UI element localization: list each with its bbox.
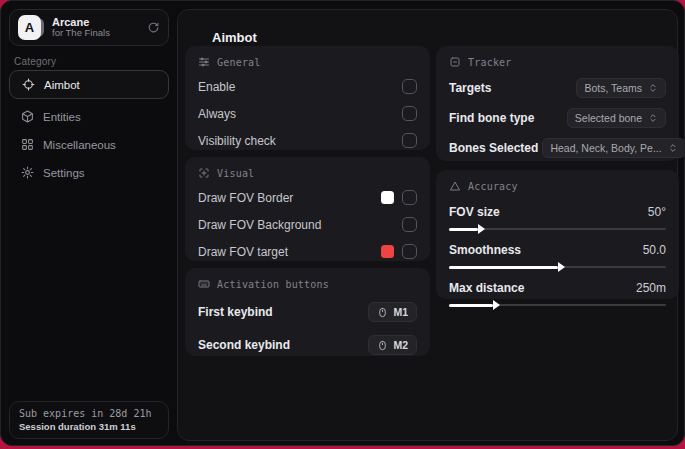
- setting-row-bones-selected: Bones Selected Head, Neck, Body, Pe...: [449, 138, 666, 158]
- sidebar-item-miscellaneous[interactable]: Miscellaneous: [9, 130, 169, 159]
- section-activation-header: Activation buttons: [198, 278, 417, 290]
- setting-label: Smoothness: [449, 243, 521, 257]
- second-keybind-button[interactable]: M2: [368, 335, 417, 355]
- keyboard-icon: [198, 278, 210, 290]
- slider-thumb[interactable]: [478, 224, 485, 234]
- slider-header: FOV size 50°: [449, 203, 666, 220]
- draw-fov-target-checkbox[interactable]: [402, 244, 417, 259]
- smoothness-value: 50.0: [643, 243, 666, 257]
- setting-row-draw-fov-border: Draw FOV Border: [198, 189, 417, 206]
- select-value: Bots, Teams: [584, 82, 642, 94]
- section-title: Activation buttons: [217, 279, 329, 290]
- main-panel: Aimbot General Enable Always Visibili: [177, 9, 678, 441]
- chevrons-up-down-icon: [648, 113, 658, 123]
- max-distance-group: Max distance 250m: [449, 279, 666, 306]
- setting-row-visibility-check: Visibility check: [198, 132, 417, 149]
- find-bone-type-select[interactable]: Selected bone: [567, 108, 666, 128]
- draw-fov-border-checkbox[interactable]: [402, 190, 417, 205]
- setting-label: Enable: [198, 80, 235, 94]
- sidebar-item-settings[interactable]: Settings: [9, 158, 169, 187]
- select-value: Head, Neck, Body, Pe...: [550, 142, 661, 154]
- slider-fill: [449, 228, 478, 231]
- setting-label: Second keybind: [198, 338, 290, 352]
- logo-letter: A: [18, 15, 41, 40]
- refresh-icon[interactable]: [147, 21, 160, 34]
- grid-icon: [21, 138, 34, 151]
- section-title: Visual: [217, 168, 254, 179]
- slider-header: Max distance 250m: [449, 279, 666, 296]
- fov-border-color-swatch[interactable]: [381, 191, 394, 204]
- setting-label: First keybind: [198, 305, 273, 319]
- sliders-icon: [198, 56, 210, 68]
- enable-checkbox[interactable]: [402, 79, 417, 94]
- setting-label: Draw FOV Border: [198, 191, 293, 205]
- slider-fill: [449, 266, 558, 269]
- sidebar-item-label: Aimbot: [44, 79, 80, 91]
- fov-target-color-swatch[interactable]: [381, 245, 394, 258]
- section-general-header: General: [198, 56, 417, 68]
- sidebar-item-label: Entities: [43, 111, 81, 123]
- smoothness-slider[interactable]: [449, 266, 666, 268]
- bones-selected-select[interactable]: Head, Neck, Body, Pe...: [542, 138, 685, 158]
- always-checkbox[interactable]: [402, 106, 417, 121]
- first-keybind-button[interactable]: M1: [368, 302, 417, 322]
- app-logo: A: [18, 15, 44, 40]
- draw-fov-background-checkbox[interactable]: [402, 217, 417, 232]
- setting-label: Always: [198, 107, 236, 121]
- slider-fill: [449, 304, 493, 307]
- fov-size-value: 50°: [648, 205, 666, 219]
- setting-row-enable: Enable: [198, 78, 417, 95]
- box-icon: [21, 110, 34, 123]
- chevrons-up-down-icon: [668, 143, 678, 153]
- section-title: General: [217, 57, 261, 68]
- chevrons-up-down-icon: [648, 83, 658, 93]
- max-distance-value: 250m: [636, 281, 666, 295]
- gear-icon: [21, 166, 34, 179]
- smoothness-group: Smoothness 50.0: [449, 241, 666, 268]
- section-activation-buttons: Activation buttons First keybind M1 Seco…: [185, 268, 430, 356]
- scan-plus-icon: [198, 167, 210, 179]
- section-title: Accuracy: [468, 181, 518, 192]
- slider-thumb[interactable]: [493, 300, 500, 310]
- subscription-info-card: Sub expires in 28d 21h Session duration …: [9, 401, 169, 439]
- setting-row-first-keybind: First keybind M1: [198, 302, 417, 322]
- app-meta: Arcane for The Finals: [52, 16, 139, 40]
- fov-size-slider[interactable]: [449, 228, 666, 230]
- app-window: A Arcane for The Finals Category Aimbot: [0, 0, 685, 446]
- frame-minus-icon: [449, 56, 461, 68]
- setting-label: Max distance: [449, 281, 524, 295]
- sidebar-item-aimbot[interactable]: Aimbot: [9, 70, 169, 99]
- targets-select[interactable]: Bots, Teams: [576, 78, 666, 98]
- select-value: Selected bone: [575, 112, 642, 124]
- section-visual-header: Visual: [198, 167, 417, 179]
- section-tracker: Tracker Targets Bots, Teams Find bone ty…: [436, 46, 679, 161]
- section-accuracy-header: Accuracy: [449, 180, 666, 192]
- keybind-value: M1: [393, 306, 408, 318]
- app-subtitle: for The Finals: [52, 28, 139, 39]
- app-header-card: A Arcane for The Finals: [9, 9, 169, 46]
- slider-header: Smoothness 50.0: [449, 241, 666, 258]
- section-visual: Visual Draw FOV Border Draw FOV Backgrou…: [185, 157, 430, 261]
- setting-label: Visibility check: [198, 134, 276, 148]
- setting-label: Targets: [449, 81, 491, 95]
- session-duration-text: Session duration 31m 11s: [19, 421, 159, 432]
- sidebar-item-entities[interactable]: Entities: [9, 102, 169, 131]
- slider-thumb[interactable]: [558, 262, 565, 272]
- setting-row-find-bone-type: Find bone type Selected bone: [449, 108, 666, 128]
- setting-label: FOV size: [449, 205, 500, 219]
- fov-size-group: FOV size 50°: [449, 203, 666, 230]
- max-distance-slider[interactable]: [449, 304, 666, 306]
- mouse-icon: [377, 340, 388, 351]
- setting-label: Draw FOV target: [198, 245, 288, 259]
- crosshair-icon: [22, 78, 35, 91]
- sub-expires-text: Sub expires in 28d 21h: [19, 408, 159, 419]
- sidebar-item-label: Settings: [43, 167, 85, 179]
- section-title: Tracker: [468, 57, 512, 68]
- section-tracker-header: Tracker: [449, 56, 666, 68]
- setting-row-targets: Targets Bots, Teams: [449, 78, 666, 98]
- setting-row-draw-fov-target: Draw FOV target: [198, 243, 417, 260]
- setting-label: Draw FOV Background: [198, 218, 321, 232]
- setting-label: Bones Selected: [449, 141, 538, 155]
- visibility-check-checkbox[interactable]: [402, 133, 417, 148]
- setting-row-draw-fov-background: Draw FOV Background: [198, 216, 417, 233]
